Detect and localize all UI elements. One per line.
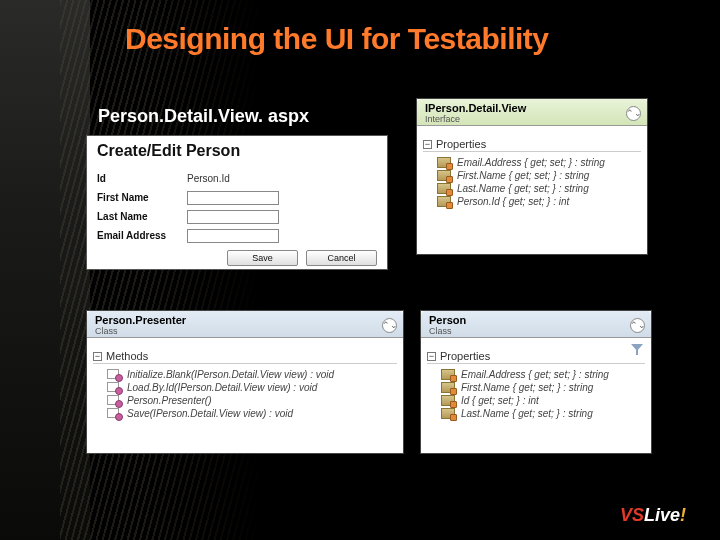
property-item: First.Name { get; set; } : string — [427, 381, 645, 394]
collapse-icon[interactable]: ⌃⌄ — [626, 106, 641, 121]
section-header: − Properties — [427, 350, 645, 364]
diagram-header: Person.Presenter Class ⌃⌄ — [87, 311, 403, 338]
email-input[interactable] — [187, 229, 279, 243]
minus-icon[interactable]: − — [423, 140, 432, 149]
slide-bg-diagonal — [60, 0, 260, 540]
collapse-icon[interactable]: ⌃⌄ — [382, 318, 397, 333]
person-form-panel: Create/Edit Person Id Person.Id First Na… — [86, 135, 388, 270]
method-item: Load.By.Id(IPerson.Detail.View view) : v… — [93, 381, 397, 394]
logo-live: Live — [644, 505, 680, 525]
method-icon — [107, 382, 121, 393]
property-item: First.Name { get; set; } : string — [423, 169, 641, 182]
section-label: Methods — [106, 350, 148, 362]
person-presenter-diagram: Person.Presenter Class ⌃⌄ − Methods Init… — [86, 310, 404, 454]
property-item: Email.Address { get; set; } : string — [427, 368, 645, 381]
diagram-stereotype: Class — [429, 326, 466, 336]
method-item: Person.Presenter() — [93, 394, 397, 407]
slide-title: Designing the UI for Testability — [125, 22, 548, 56]
diagram-header: Person Class ⌃⌄ — [421, 311, 651, 338]
property-item: Id { get; set; } : int — [427, 394, 645, 407]
minus-icon[interactable]: − — [427, 352, 436, 361]
method-icon — [107, 369, 121, 380]
method-item: Initialize.Blank(IPerson.Detail.View vie… — [93, 368, 397, 381]
cancel-button[interactable]: Cancel — [306, 250, 377, 266]
diagram-stereotype: Class — [95, 326, 186, 336]
property-item: Last.Name { get; set; } : string — [423, 182, 641, 195]
diagram-name: Person — [429, 314, 466, 326]
method-item: Save(IPerson.Detail.View view) : void — [93, 407, 397, 420]
property-item: Last.Name { get; set; } : string — [427, 407, 645, 420]
property-icon — [441, 408, 455, 419]
save-button[interactable]: Save — [227, 250, 298, 266]
property-icon — [437, 183, 451, 194]
first-name-label: First Name — [97, 192, 187, 203]
filter-icon[interactable] — [631, 344, 643, 356]
first-name-input[interactable] — [187, 191, 279, 205]
diagram-name: IPerson.Detail.View — [425, 102, 526, 114]
section-header: − Methods — [93, 350, 397, 364]
property-icon — [441, 395, 455, 406]
property-icon — [441, 369, 455, 380]
person-class-diagram: Person Class ⌃⌄ − Properties Email.Addre… — [420, 310, 652, 454]
property-icon — [437, 157, 451, 168]
property-icon — [437, 196, 451, 207]
form-heading: Create/Edit Person — [97, 142, 377, 160]
collapse-icon[interactable]: ⌃⌄ — [630, 318, 645, 333]
file-caption: Person.Detail.View. aspx — [98, 106, 309, 127]
method-icon — [107, 408, 121, 419]
email-label: Email Address — [97, 230, 187, 241]
property-icon — [437, 170, 451, 181]
diagram-stereotype: Interface — [425, 114, 526, 124]
section-header: − Properties — [423, 138, 641, 152]
last-name-label: Last Name — [97, 211, 187, 222]
vslive-logo: VSLive! — [620, 505, 686, 526]
property-item: Person.Id { get; set; } : int — [423, 195, 641, 208]
minus-icon[interactable]: − — [93, 352, 102, 361]
diagram-name: Person.Presenter — [95, 314, 186, 326]
property-icon — [441, 382, 455, 393]
section-label: Properties — [440, 350, 490, 362]
method-icon — [107, 395, 121, 406]
iperson-detail-view-diagram: IPerson.Detail.View Interface ⌃⌄ − Prope… — [416, 98, 648, 255]
property-item: Email.Address { get; set; } : string — [423, 156, 641, 169]
diagram-header: IPerson.Detail.View Interface ⌃⌄ — [417, 99, 647, 126]
logo-vs: VS — [620, 505, 644, 525]
id-label: Id — [97, 173, 187, 184]
id-value: Person.Id — [187, 173, 230, 184]
last-name-input[interactable] — [187, 210, 279, 224]
logo-bang: ! — [680, 505, 686, 525]
section-label: Properties — [436, 138, 486, 150]
